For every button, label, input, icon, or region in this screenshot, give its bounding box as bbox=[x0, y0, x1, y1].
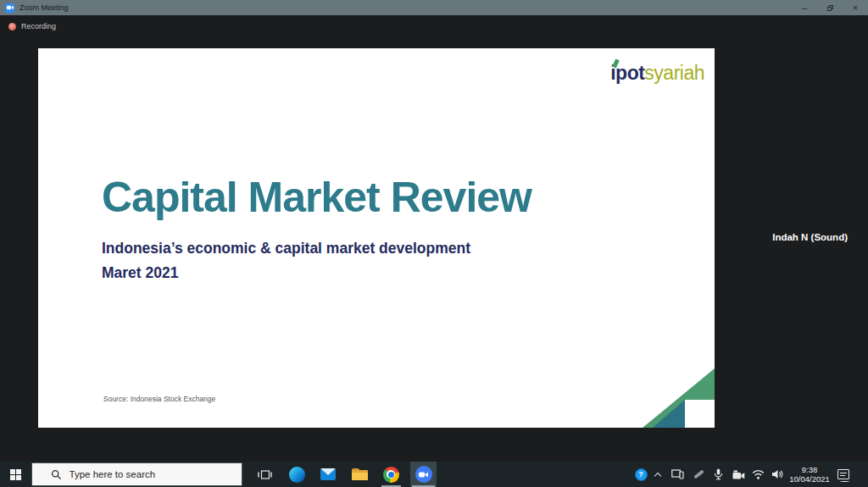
speaker-icon bbox=[771, 469, 783, 479]
minimize-icon: – bbox=[802, 0, 807, 15]
meeting-stage: Recording Indah N (Sound) ipotsyariah Ca… bbox=[0, 15, 868, 462]
chrome-icon bbox=[383, 467, 399, 483]
file-explorer-button[interactable] bbox=[348, 462, 370, 487]
zoom-icon bbox=[415, 466, 432, 483]
mail-button[interactable] bbox=[317, 462, 339, 487]
notification-badge: 1 bbox=[840, 481, 849, 482]
recording-label: Recording bbox=[21, 22, 56, 30]
clock-time: 9:38 bbox=[802, 465, 818, 474]
your-phone-tray-button[interactable] bbox=[670, 462, 685, 487]
recording-indicator: Recording bbox=[8, 22, 56, 30]
show-hidden-icons-button[interactable] bbox=[652, 462, 664, 487]
microphone-tray-button[interactable] bbox=[712, 462, 724, 487]
minimize-button[interactable]: – bbox=[792, 0, 817, 15]
desktop: { "window": { "title": "Zoom Meeting", "… bbox=[0, 0, 868, 487]
slide-title: Capital Market Review bbox=[102, 173, 531, 222]
volume-tray-button[interactable] bbox=[770, 462, 784, 487]
task-view-icon bbox=[258, 469, 272, 480]
help-icon: ? bbox=[635, 468, 648, 481]
slide-period: Maret 2021 bbox=[102, 261, 470, 285]
pen-tray-button[interactable] bbox=[691, 462, 706, 487]
slide-corner-decoration bbox=[643, 368, 715, 428]
help-tray-button[interactable]: ? bbox=[633, 462, 648, 487]
wifi-tray-button[interactable] bbox=[751, 462, 765, 487]
camera-tray-button[interactable] bbox=[731, 462, 746, 487]
ipot-syariah-logo: ipotsyariah bbox=[610, 62, 704, 85]
zoom-titlebar: Zoom Meeting – × bbox=[0, 0, 868, 15]
taskbar-search[interactable] bbox=[31, 462, 242, 486]
windows-logo-icon bbox=[10, 469, 21, 480]
windows-taskbar: ? bbox=[0, 462, 868, 487]
restore-icon bbox=[827, 5, 833, 11]
action-center-button[interactable]: 1 bbox=[832, 462, 854, 487]
slide-source-note: Source: Indonesia Stock Exchange bbox=[103, 395, 215, 403]
search-input[interactable] bbox=[70, 469, 235, 479]
taskbar-clock[interactable]: 9:38 10/04/2021 bbox=[788, 462, 831, 487]
zoom-app-icon bbox=[5, 3, 14, 13]
start-button[interactable] bbox=[0, 462, 31, 487]
microphone-icon bbox=[714, 468, 723, 480]
task-view-button[interactable] bbox=[253, 462, 275, 487]
clock-date: 10/04/2021 bbox=[789, 474, 830, 484]
camera-icon bbox=[419, 470, 428, 479]
slide-subtitle: Indonesia’s economic & capital market de… bbox=[102, 236, 470, 261]
edge-button[interactable] bbox=[286, 462, 308, 487]
search-icon bbox=[51, 469, 62, 480]
chrome-button[interactable] bbox=[380, 462, 402, 487]
window-title: Zoom Meeting bbox=[19, 3, 792, 12]
participant-name-label: Indah N (Sound) bbox=[772, 232, 848, 242]
close-button[interactable]: × bbox=[843, 0, 868, 15]
edge-icon bbox=[289, 467, 305, 483]
chevron-up-icon bbox=[654, 473, 661, 479]
mail-icon bbox=[320, 468, 336, 480]
wifi-icon bbox=[752, 469, 765, 479]
presentation-slide: ipotsyariah Capital Market Review Indone… bbox=[38, 48, 715, 428]
file-explorer-icon bbox=[352, 468, 368, 480]
logo-suffix-text: syariah bbox=[644, 62, 704, 84]
pen-icon bbox=[693, 469, 704, 479]
recording-dot-icon bbox=[8, 23, 16, 30]
close-icon: × bbox=[853, 0, 858, 15]
phone-link-icon bbox=[671, 469, 684, 479]
restore-button[interactable] bbox=[817, 0, 843, 15]
camera-icon bbox=[7, 4, 14, 11]
zoom-taskbar-button[interactable] bbox=[410, 462, 437, 487]
video-camera-icon bbox=[732, 470, 745, 479]
notification-bubble-icon: 1 bbox=[837, 469, 849, 479]
